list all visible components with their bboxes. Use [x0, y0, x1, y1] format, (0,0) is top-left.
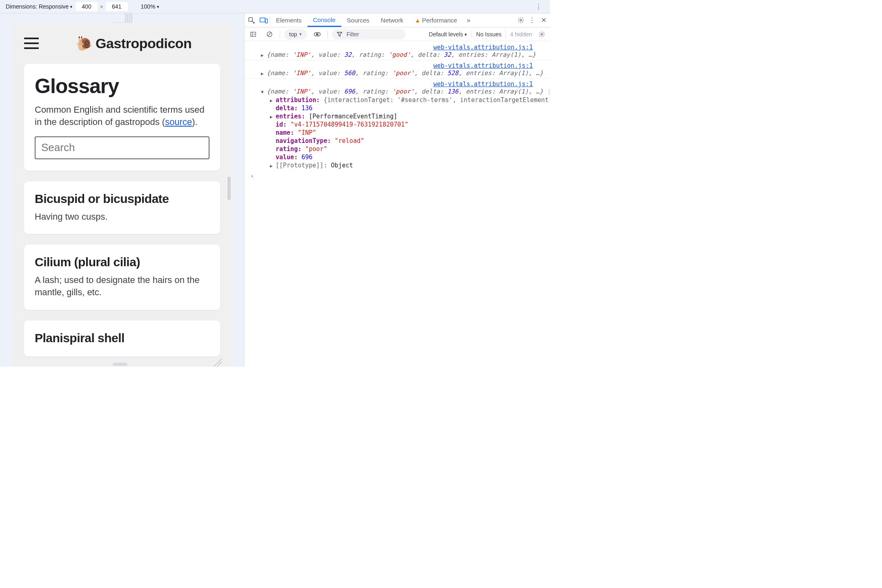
devtools-panel: Elements Console Sources Network ▲Perfor…	[244, 13, 550, 367]
svg-rect-2	[265, 19, 267, 23]
console-log-expanded[interactable]: web-vitals.attribution.js:1 ▼{name: 'INP…	[245, 78, 550, 170]
viewport-resize-bottom[interactable]	[113, 363, 127, 366]
device-toggle-icon[interactable]	[258, 14, 270, 27]
term-definition: A lash; used to designate the hairs on t…	[35, 274, 209, 298]
viewport-resize-handle[interactable]	[228, 177, 231, 200]
tab-performance[interactable]: ▲Performance	[409, 13, 463, 27]
term-title: Cilium (plural cilia)	[35, 255, 209, 269]
term-card: Cilium (plural cilia) A lash; used to de…	[24, 245, 220, 310]
expanded-object: ▶attribution: {interactionTarget: '#sear…	[245, 96, 550, 169]
svg-point-9	[316, 33, 318, 35]
tab-elements[interactable]: Elements	[270, 13, 307, 27]
sidebar-toggle-icon[interactable]	[247, 28, 259, 40]
inspect-icon[interactable]	[245, 14, 258, 27]
app-title: 🐌 Gastropodicon	[47, 35, 220, 51]
tab-network[interactable]: Network	[375, 13, 409, 27]
term-card: Bicuspid or bicuspidate Having two cusps…	[24, 181, 220, 234]
settings-icon[interactable]	[515, 15, 526, 26]
menu-icon[interactable]	[24, 38, 39, 49]
info-icon[interactable]: i	[548, 89, 550, 95]
devtools-tabs: Elements Console Sources Network ▲Perfor…	[245, 13, 550, 27]
snail-icon: 🐌	[76, 35, 93, 51]
device-viewport: 🐌 Gastropodicon Glossary Common English …	[0, 13, 244, 367]
log-levels-select[interactable]: Default levels▼	[429, 31, 468, 38]
viewport-width-input[interactable]	[76, 2, 98, 11]
source-link[interactable]: source	[165, 117, 192, 127]
term-title: Bicuspid or bicuspidate	[35, 192, 209, 206]
console-log[interactable]: web-vitals.attribution.js:1 ▶{name: 'INP…	[245, 42, 550, 60]
tabs-overflow-icon[interactable]: »	[463, 15, 474, 26]
svg-rect-4	[251, 32, 256, 36]
console-settings-icon[interactable]	[536, 29, 548, 40]
viewport-resize-corner[interactable]	[214, 359, 222, 367]
svg-marker-6	[254, 33, 255, 35]
term-title: Planispiral shell	[35, 331, 209, 345]
context-select[interactable]: top▼	[284, 29, 307, 40]
dimensions-label[interactable]: Dimensions: Responsive▼	[6, 3, 73, 10]
zoom-select[interactable]: 100%▼	[141, 3, 160, 10]
tab-sources[interactable]: Sources	[341, 13, 375, 27]
console-log[interactable]: web-vitals.attribution.js:1 ▶{name: 'INP…	[245, 60, 550, 78]
glossary-description: Common English and scientific terms used…	[35, 104, 209, 128]
tab-console[interactable]: Console	[307, 13, 341, 27]
page-title: Glossary	[35, 74, 209, 98]
dimensions-x: ×	[100, 4, 103, 10]
console-output: web-vitals.attribution.js:1 ▶{name: 'INP…	[245, 41, 550, 367]
device-toolbar: Dimensions: Responsive▼ × 100%▼ ⋮	[0, 0, 550, 13]
issues-status[interactable]: No Issues	[476, 31, 501, 38]
source-file-link[interactable]: web-vitals.attribution.js:1	[245, 80, 550, 88]
close-icon[interactable]: ✕	[538, 15, 549, 26]
term-card: Planispiral shell	[24, 321, 220, 356]
console-toolbar: top▼ Filter Default levels▼ No Issues 4 …	[245, 27, 550, 41]
live-expression-icon[interactable]	[311, 28, 323, 40]
svg-point-3	[520, 19, 521, 21]
term-definition: Having two cusps.	[35, 211, 209, 223]
filter-input[interactable]: Filter	[332, 29, 405, 40]
filter-icon	[337, 32, 342, 37]
viewport-height-input[interactable]	[106, 2, 128, 11]
glossary-card: Glossary Common English and scientific t…	[24, 64, 220, 170]
search-input[interactable]	[35, 136, 209, 159]
device-toolbar-more-icon[interactable]: ⋮	[534, 2, 543, 11]
ruler	[112, 13, 132, 23]
source-file-link[interactable]: web-vitals.attribution.js:1	[245, 43, 550, 51]
svg-line-8	[268, 33, 271, 36]
more-icon[interactable]: ⋮	[526, 15, 538, 26]
source-file-link[interactable]: web-vitals.attribution.js:1	[245, 61, 550, 69]
warning-icon: ▲	[415, 17, 421, 24]
clear-console-icon[interactable]	[263, 28, 276, 40]
console-prompt-icon[interactable]: ›	[245, 170, 550, 179]
svg-point-10	[541, 33, 543, 35]
hidden-count[interactable]: 4 hidden	[510, 31, 532, 38]
svg-rect-1	[260, 18, 265, 22]
